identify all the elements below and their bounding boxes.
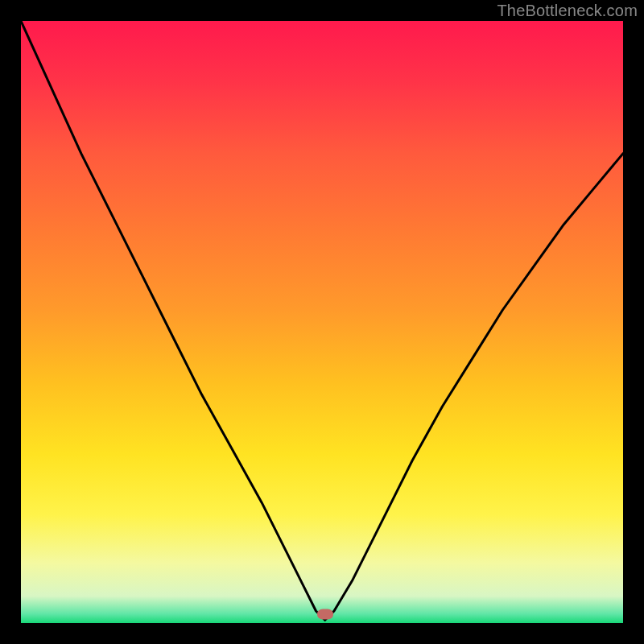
chart-frame: TheBottleneck.com (0, 0, 644, 644)
watermark-text: TheBottleneck.com (497, 2, 638, 20)
plot-area (21, 21, 623, 623)
match-point-marker (317, 609, 333, 619)
bottleneck-curve (21, 21, 623, 623)
